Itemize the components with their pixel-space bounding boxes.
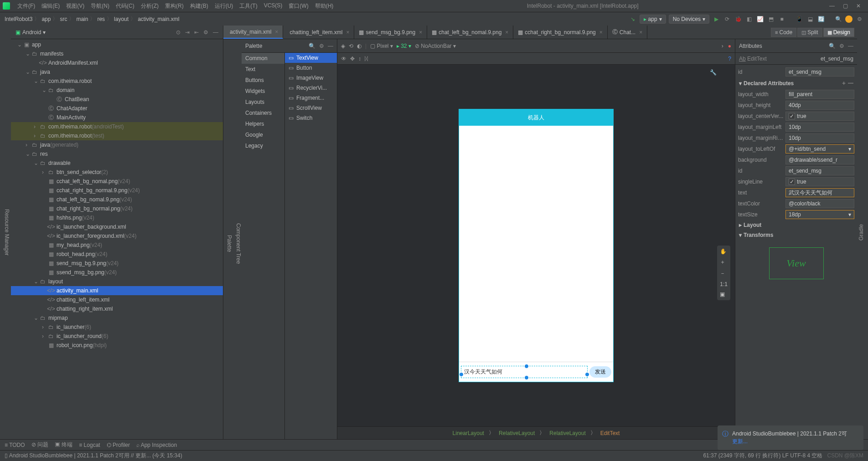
tab-close-icon[interactable]: × — [419, 29, 422, 36]
apply-changes-icon[interactable]: ⟳ — [723, 15, 731, 23]
tree-row[interactable]: </>activity_main.xml — [11, 286, 223, 295]
menu-item[interactable]: VCS(S) — [261, 1, 285, 11]
tree-row[interactable]: ⌄🗀domain — [11, 86, 223, 95]
breadcrumb-item[interactable]: res — [97, 16, 105, 22]
palette-category[interactable]: Buttons — [242, 75, 284, 86]
attr-row[interactable]: layout_widthfill_parent — [738, 89, 854, 100]
menu-item[interactable]: 编辑(E) — [39, 1, 62, 11]
tree-row[interactable]: ▦cchat_left_bg_nomal.png (v24) — [11, 177, 223, 186]
phone-send-btn[interactable]: 发送 — [589, 366, 611, 378]
update-notification[interactable]: ⓘ Android StudioBumblebee | 2021.1.1 Pat… — [718, 425, 863, 450]
palette-item[interactable]: ▭Fragment... — [285, 93, 337, 103]
pan-tool-icon[interactable]: ✋ — [720, 248, 728, 255]
palette-strip[interactable]: Palette — [223, 39, 232, 439]
tree-row[interactable]: ▦hshhs.png (v24) — [11, 213, 223, 222]
design-canvas[interactable]: 🔧 机器人 汉今天天气如何 发送 — [337, 65, 735, 426]
surface-icon[interactable]: ◈ — [341, 43, 345, 49]
attributes-list[interactable]: idet_send_msg ▾ Declared Attributes＋ — l… — [735, 65, 857, 439]
breadcrumb-item[interactable]: IntelRobot3 — [5, 16, 32, 22]
view-mode-toggle[interactable]: ≡ Code ◫ Split ▦ Design — [771, 26, 857, 39]
menu-item[interactable]: 帮助(H) — [312, 1, 336, 11]
logcat-tool[interactable]: ≡ Logcat — [79, 442, 100, 448]
attr-row[interactable]: layout_marginRig...10dp — [738, 133, 854, 143]
canvas-tools[interactable]: ✋ ＋ － 1:1 ▣ — [717, 246, 730, 300]
left-tool-strip[interactable]: Resource Manager 结构 收藏夹 Build Variants — [0, 26, 11, 439]
zoom-fit-icon[interactable]: 1:1 — [720, 281, 728, 287]
gradle-tab[interactable]: Gradle — [858, 35, 864, 430]
tab-close-icon[interactable]: × — [639, 29, 642, 36]
attr-row[interactable]: layout_marginLeft10dp — [738, 122, 854, 133]
layout-section[interactable]: ▸ Layout — [738, 220, 854, 230]
palette-item[interactable]: ▭ScrollView — [285, 103, 337, 113]
tree-row[interactable]: ⌄🗀java — [11, 67, 223, 77]
select-opened-icon[interactable]: ⊙ — [176, 29, 181, 36]
editor-tab[interactable]: ▦chat_left_bg_nomal.9.png× — [427, 26, 513, 39]
fit-icon[interactable]: ▣ — [720, 291, 728, 297]
tree-row[interactable]: ›🗀java (generated) — [11, 140, 223, 149]
palette-category[interactable]: Common — [242, 53, 284, 64]
menu-item[interactable]: 视图(V) — [63, 1, 87, 11]
tree-row[interactable]: ⌄🗀layout — [11, 277, 223, 286]
palette-items[interactable]: ▭TextView▭Button▭ImageView▭RecyclerVi...… — [285, 53, 337, 439]
eye-icon[interactable]: 👁 — [341, 56, 346, 62]
window-controls[interactable]: — ▢ ✕ — [829, 3, 865, 9]
sdk-icon[interactable]: ⬓ — [806, 15, 814, 23]
search-icon[interactable]: 🔍 — [829, 43, 836, 49]
attr-row[interactable]: text武汉今天天气如何 — [738, 187, 854, 198]
right-tool-strip[interactable]: Gradle Layout Validation Device Manager … — [857, 26, 868, 439]
attach-icon[interactable]: ⬒ — [767, 15, 775, 23]
attr-row[interactable]: layout_toLeftOf@+id/btn_send ▾ — [738, 143, 854, 154]
editor-tab[interactable]: ▦send_msg_bg.9.png× — [354, 26, 427, 39]
locale-icon[interactable]: › — [722, 43, 723, 49]
editor-tab[interactable]: ▦cchat_right_bg_normal.9.png× — [513, 26, 607, 39]
menu-item[interactable]: 运行(U) — [212, 1, 236, 11]
attr-row[interactable]: textColor@color/black — [738, 198, 854, 209]
resource-mgr-tab[interactable]: Resource Manager — [4, 35, 10, 430]
tree-row[interactable]: ▦send_msg_bg.9.png (v24) — [11, 259, 223, 268]
orient-icon[interactable]: ⟲ — [349, 43, 353, 49]
device-picker[interactable]: ▢ Pixel ▾ — [370, 43, 393, 49]
menu-item[interactable]: 代码(C) — [113, 1, 137, 11]
theme-picker[interactable]: ⊘ NoActionBar ▾ — [415, 43, 456, 49]
menu-item[interactable]: 重构(R) — [162, 1, 186, 11]
layout-breadcrumb[interactable]: LinearLayout〉 RelativeLayout〉 RelativeLa… — [337, 426, 735, 439]
project-tree[interactable]: ⌄▣app⌄🗀manifests</>AndroidManifest.xml⌄🗀… — [11, 39, 223, 439]
avd-icon[interactable]: 📱 — [795, 15, 803, 23]
stop-icon[interactable]: ■ — [778, 15, 786, 23]
comptree-strip[interactable]: Component Tree — [232, 39, 242, 439]
coverage-icon[interactable]: ◧ — [745, 15, 753, 23]
tree-row[interactable]: ⌄🗀mipmap — [11, 313, 223, 323]
tree-row[interactable]: ⌄🗀drawable — [11, 159, 223, 168]
phone-edittext[interactable]: 汉今天天气如何 — [461, 366, 588, 378]
help-icon[interactable]: ? — [728, 56, 731, 62]
run-icon[interactable]: ▶ — [712, 15, 720, 23]
phone-preview[interactable]: 机器人 汉今天天气如何 发送 — [459, 109, 614, 382]
palette-item[interactable]: ▭TextView — [285, 53, 337, 63]
tree-row[interactable]: ›🗀ic_launcher_round (6) — [11, 332, 223, 341]
sync-icon[interactable]: 🔄 — [817, 15, 825, 23]
menu-item[interactable]: 工具(T) — [237, 1, 260, 11]
todo-tool[interactable]: ≡ TODO — [5, 442, 25, 448]
attr-row[interactable]: textSize18dp ▾ — [738, 209, 854, 220]
tree-row[interactable]: </>ic_launcher_background.xml — [11, 222, 223, 231]
tab-close-icon[interactable]: × — [275, 29, 278, 35]
attr-id[interactable]: idet_send_msg — [738, 67, 854, 77]
editor-tab[interactable]: ⒸChat...× — [608, 26, 647, 39]
search-icon[interactable]: 🔍 — [309, 43, 315, 49]
breadcrumb-item[interactable]: activity_main.xml — [138, 16, 179, 22]
tree-row[interactable]: ›🗀com.itheima.robot (androidTest) — [11, 122, 223, 131]
code-view-btn[interactable]: ≡ Code — [771, 28, 796, 37]
palette-category[interactable]: Helpers — [242, 118, 284, 129]
palette-item[interactable]: ▭RecyclerVi... — [285, 83, 337, 93]
palette-category[interactable]: Widgets — [242, 86, 284, 97]
tree-row[interactable]: ▦robot_icon.png (hdpi) — [11, 341, 223, 350]
tree-row[interactable]: ⒸChatBean — [11, 95, 223, 104]
palette-category[interactable]: Google — [242, 129, 284, 140]
palette-item[interactable]: ▭Switch — [285, 113, 337, 123]
project-mode-dropdown[interactable]: ▣ Android ▾ — [16, 29, 46, 36]
tab-close-icon[interactable]: × — [599, 29, 603, 36]
breadcrumb-item[interactable]: layout — [114, 16, 129, 22]
collapse-icon[interactable]: ⇤ — [194, 29, 199, 36]
tree-row[interactable]: ›🗀com.itheima.robot (test) — [11, 131, 223, 140]
split-view-btn[interactable]: ◫ Split — [797, 28, 822, 37]
